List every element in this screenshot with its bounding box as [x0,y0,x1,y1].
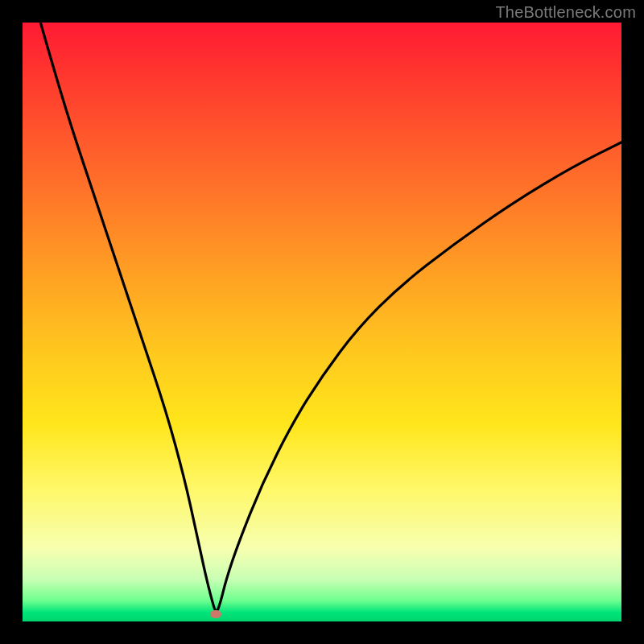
bottleneck-curve [40,23,621,611]
watermark-text: TheBottleneck.com [495,3,636,22]
chart-frame: TheBottleneck.com [0,0,644,644]
plot-area [23,23,621,621]
curve-layer [23,23,621,621]
minimum-marker [210,610,221,618]
